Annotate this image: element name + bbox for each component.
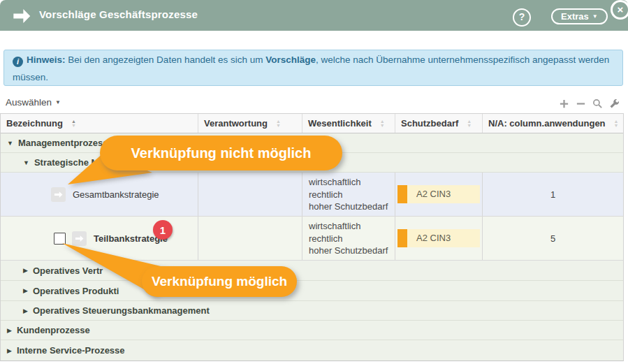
- group-row-operatives-vertrieb[interactable]: ▶ Operatives Vertr: [1, 261, 623, 281]
- schutzbedarf-cell: A2 CIN3: [395, 217, 482, 260]
- sort-icons: ▲▼: [380, 119, 385, 128]
- close-button[interactable]: ×: [611, 0, 628, 20]
- chevron-down-icon: ▼: [55, 99, 61, 105]
- schutzbedarf-badge: A2 CIN3: [397, 185, 480, 203]
- help-button[interactable]: ?: [513, 8, 531, 27]
- sort-icons: ▲▼: [71, 119, 76, 128]
- link-checkbox[interactable]: [54, 233, 66, 245]
- sort-icons: ▲▼: [467, 119, 472, 128]
- sort-desc-icon: ▼: [467, 124, 472, 128]
- notice-banner: iHinweis: Bei den angezeigten Daten hand…: [3, 50, 623, 86]
- tree-collapse-icon[interactable]: ▶: [7, 327, 12, 334]
- help-icon: ?: [519, 11, 525, 22]
- notice-bold: Hinweis:: [27, 54, 66, 65]
- column-header-bezeichnung[interactable]: Bezeichnung ▲▼: [1, 114, 198, 133]
- verantwortung-cell: [198, 217, 302, 260]
- open-process-button[interactable]: [51, 187, 66, 202]
- schutzbedarf-color-block: [397, 185, 407, 203]
- wrench-icon[interactable]: [609, 99, 620, 109]
- open-process-button[interactable]: [72, 231, 87, 246]
- notice-bold: Vorschläge: [265, 54, 316, 65]
- info-icon: i: [13, 57, 23, 67]
- tree-collapse-icon[interactable]: ▶: [23, 267, 28, 274]
- annotation-badge-1: 1: [153, 220, 173, 240]
- sort-icons: ▲▼: [614, 119, 619, 128]
- sort-desc-icon: ▼: [276, 124, 281, 128]
- group-row-operatives-steuerungsbankmanagement[interactable]: ▶ Operatives Steuerungsbankmanagement: [1, 301, 623, 321]
- group-row-operatives-produktion[interactable]: ▶ Operatives Produkti: [1, 281, 623, 301]
- schutzbedarf-badge: A2 CIN3: [397, 229, 480, 247]
- tree-collapse-icon[interactable]: ▶: [7, 347, 12, 354]
- dialog-title: Vorschläge Geschäftsprozesse: [39, 8, 198, 20]
- schutzbedarf-color-block: [397, 229, 407, 247]
- tree-expand-icon[interactable]: ▼: [7, 140, 13, 147]
- anwendungen-cell: 1: [482, 173, 623, 216]
- callout-verknuepfung-moeglich: Verknüpfung möglich: [142, 266, 297, 297]
- sort-desc-icon: ▼: [71, 124, 76, 128]
- verantwortung-cell: [198, 173, 302, 216]
- tree-collapse-icon[interactable]: ▶: [23, 307, 28, 314]
- sort-desc-icon: ▼: [614, 124, 619, 128]
- process-arrow-icon: [12, 6, 31, 24]
- table-toolbar: [559, 99, 620, 109]
- sort-desc-icon: ▼: [380, 124, 385, 128]
- bezeichnung-cell: Gesamtbankstrategie: [1, 173, 198, 216]
- anwendungen-cell: 5: [482, 217, 623, 260]
- column-header-anwendungen[interactable]: N/A: column.anwendungen ▲▼: [482, 114, 623, 133]
- table-header-row: Bezeichnung ▲▼ Verantwortung ▲▼ Wesentli…: [1, 114, 623, 133]
- plus-icon[interactable]: [559, 99, 569, 109]
- group-row-interne-service-prozesse[interactable]: ▶ Interne Service-Prozesse: [1, 340, 623, 361]
- close-icon: ×: [618, 3, 624, 15]
- auswaehlen-dropdown[interactable]: Auswählen▼: [6, 97, 61, 108]
- process-row-gesamtbankstrategie: Gesamtbankstrategie wirtschaftlich recht…: [1, 173, 623, 217]
- dialog-header: Vorschläge Geschäftsprozesse ? Extras▼ ×: [0, 0, 628, 31]
- wesentlichkeit-cell: wirtschaftlich rechtlich hoher Schutzbed…: [302, 217, 395, 260]
- process-row-teilbankstrategie: Teilbankstrategie wirtschaftlich rechtli…: [1, 217, 623, 261]
- vorschlaege-geschaeftsprozesse-dialog: Vorschläge Geschäftsprozesse ? Extras▼ ×…: [0, 0, 628, 364]
- schutzbedarf-cell: A2 CIN3: [395, 173, 482, 216]
- search-icon[interactable]: [592, 99, 603, 109]
- extras-button[interactable]: Extras▼: [551, 8, 608, 24]
- tree-collapse-icon[interactable]: ▶: [23, 287, 28, 294]
- minus-icon[interactable]: [576, 99, 586, 109]
- group-row-kundenprozesse[interactable]: ▶ Kundenprozesse: [1, 321, 623, 340]
- column-header-verantwortung[interactable]: Verantwortung ▲▼: [198, 114, 302, 133]
- callout-verknuepfung-nicht-moeglich: Verknüpfung nicht möglich: [100, 136, 342, 170]
- tree-expand-icon[interactable]: ▼: [23, 159, 29, 166]
- sort-icons: ▲▼: [276, 119, 281, 128]
- wesentlichkeit-cell: wirtschaftlich rechtlich hoher Schutzbed…: [302, 173, 395, 216]
- column-header-schutzbedarf[interactable]: Schutzbedarf ▲▼: [395, 114, 482, 133]
- column-header-wesentlichkeit[interactable]: Wesentlichkeit ▲▼: [302, 114, 395, 133]
- chevron-down-icon: ▼: [592, 13, 598, 20]
